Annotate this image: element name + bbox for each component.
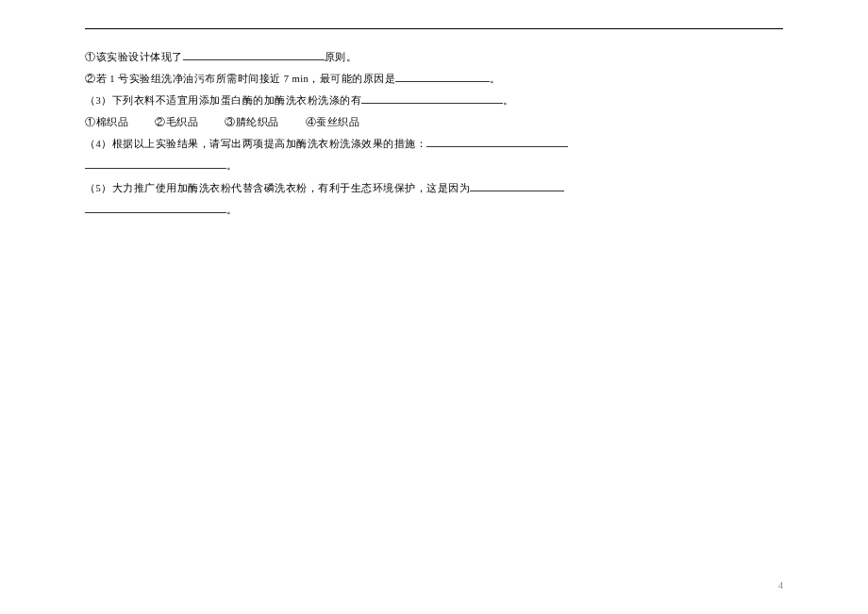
- question-line-7: （5）大力推广使用加酶洗衣粉代替含磷洗衣粉，有利于生态环境保护，这是因为: [85, 177, 783, 199]
- text-segment: ①该实验设计体现了: [85, 52, 183, 62]
- document-page: ①该实验设计体现了原则。 ②若 1 号实验组洗净油污布所需时间接近 7 min，…: [0, 0, 868, 249]
- text-segment: （5）大力推广使用加酶洗衣粉代替含磷洗衣粉，有利于生态环境保护，这是因为: [85, 183, 470, 193]
- option-3: ③腈纶织品: [225, 117, 279, 127]
- text-segment: 。: [226, 205, 238, 215]
- text-segment: 。: [490, 74, 501, 84]
- question-line-5: （4）根据以上实验结果，请写出两项提高加酶洗衣粉洗涤效果的措施：: [85, 133, 783, 155]
- text-segment: （4）根据以上实验结果，请写出两项提高加酶洗衣粉洗涤效果的措施：: [85, 139, 426, 149]
- question-line-1: ①该实验设计体现了原则。: [85, 46, 783, 68]
- fill-blank: [470, 180, 564, 191]
- text-segment: 。: [503, 95, 514, 106]
- text-segment: （3）下列衣料不适宜用添加蛋白酶的加酶洗衣粉洗涤的有: [85, 95, 361, 106]
- option-1: ①棉织品: [85, 117, 128, 127]
- question-line-3: （3）下列衣料不适宜用添加蛋白酶的加酶洗衣粉洗涤的有。: [85, 90, 783, 111]
- text-segment: ②若 1 号实验组洗净油污布所需时间接近 7 min，最可能的原因是: [85, 74, 395, 84]
- question-line-2: ②若 1 号实验组洗净油污布所需时间接近 7 min，最可能的原因是。: [85, 68, 783, 90]
- fill-blank: [85, 202, 226, 213]
- option-2: ②毛织品: [155, 117, 198, 127]
- options-line-4: ①棉织品②毛织品③腈纶织品④蚕丝织品: [85, 111, 783, 133]
- fill-blank: [361, 92, 503, 104]
- fill-blank: [85, 158, 226, 169]
- page-number: 4: [778, 580, 783, 590]
- fill-blank: [183, 49, 325, 60]
- question-line-6: 。: [85, 155, 783, 176]
- header-divider: [85, 28, 783, 29]
- fill-blank: [395, 71, 490, 82]
- text-segment: 。: [226, 160, 238, 171]
- option-4: ④蚕丝织品: [306, 117, 360, 127]
- fill-blank: [426, 136, 568, 147]
- text-segment: 原则。: [325, 52, 358, 62]
- question-line-8: 。: [85, 199, 783, 221]
